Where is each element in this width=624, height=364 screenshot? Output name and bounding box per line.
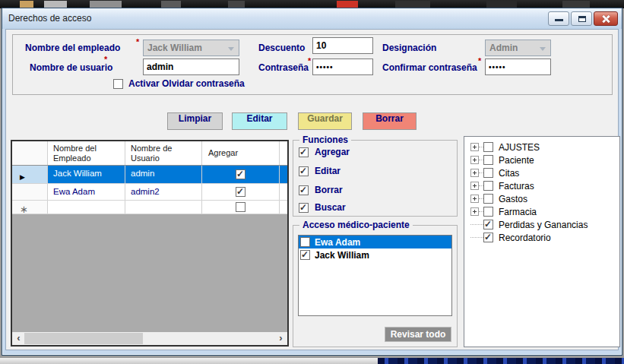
facturas-checkbox[interactable] [483, 181, 493, 191]
ewa-adam-checkbox[interactable] [300, 237, 310, 247]
background-icon [20, 1, 33, 8]
grid-row-jack-william[interactable]: ▶ Jack William admin [12, 166, 287, 184]
forgot-password-checkbox[interactable] [113, 79, 123, 89]
buscar-checkbox[interactable] [299, 203, 309, 213]
expand-icon[interactable] [470, 143, 479, 151]
chevron-down-icon [228, 47, 234, 51]
listbox-item-ewa-adam[interactable]: Ewa Adam [299, 236, 451, 248]
agregar-label: Agregar [315, 147, 350, 157]
background-icon [228, 1, 245, 8]
save-button[interactable]: Guardar [298, 112, 352, 130]
grid-column-username[interactable]: Nombre de Usuario [125, 141, 202, 165]
employee-label: Nombre del empleado [25, 43, 120, 53]
window-title: Derechos de acceso [8, 13, 91, 24]
minimize-icon [555, 19, 563, 21]
confirm-password-required-marker: * [478, 56, 481, 65]
expand-icon[interactable] [470, 207, 479, 216]
recordatorio-checkbox[interactable] [483, 233, 493, 242]
password-input[interactable] [312, 59, 373, 75]
employee-form-panel: Nombre del empleado * Jack William Descu… [12, 34, 613, 95]
employee-combobox: Jack William [143, 40, 239, 56]
perdidas-checkbox[interactable] [483, 220, 493, 229]
forgot-password-label: Activar Olvidar contraseña [128, 78, 245, 89]
grid-add-checkbox[interactable] [236, 169, 245, 179]
tree-item-paciente[interactable]: Paciente [464, 154, 619, 166]
jack-william-checkbox[interactable] [300, 250, 310, 260]
funcion-buscar: Buscar [299, 202, 346, 213]
expand-icon[interactable] [470, 169, 479, 177]
expand-icon[interactable] [470, 195, 479, 203]
expand-icon[interactable] [470, 182, 479, 190]
scroll-left-icon[interactable]: ‹ [12, 332, 25, 345]
grid-add-checkbox[interactable] [236, 202, 245, 212]
edit-button[interactable]: Editar [232, 112, 287, 130]
editar-label: Editar [315, 166, 341, 176]
tree-item-gastos[interactable]: Gastos [464, 192, 619, 205]
derechos-de-acceso-dialog: Derechos de acceso Nombre del empleado *… [2, 8, 622, 356]
scroll-right-icon[interactable]: › [274, 332, 287, 345]
tree-item-facturas[interactable]: Facturas [464, 179, 619, 192]
clear-button[interactable]: Limpiar [167, 112, 223, 130]
tree-item-farmacia[interactable]: Farmacia [464, 205, 619, 218]
doctor-patient-listbox: Ewa Adam Jack William [298, 235, 452, 316]
delete-button[interactable]: Borrar [363, 112, 417, 130]
gastos-checkbox[interactable] [483, 194, 493, 204]
grid-cell-username[interactable]: admin [125, 166, 202, 183]
background-icon [395, 1, 430, 8]
close-button[interactable] [594, 11, 618, 26]
funciones-title: Funciones [299, 135, 351, 145]
chevron-down-icon [540, 47, 546, 51]
paciente-checkbox[interactable] [483, 155, 493, 165]
agregar-checkbox[interactable] [299, 147, 309, 157]
citas-checkbox[interactable] [483, 168, 493, 178]
check-all-button[interactable]: Revisar todo [385, 327, 451, 342]
acceso-medico-paciente-group: Acceso médico-paciente Ewa Adam Jack Wil… [293, 225, 458, 347]
tree-item-recordatorio[interactable]: Recordatorio [464, 231, 619, 244]
grid-new-row[interactable]: ∗ [12, 201, 287, 214]
tree-label: Gastos [496, 194, 527, 204]
buscar-label: Buscar [315, 202, 346, 213]
ajustes-checkbox[interactable] [483, 142, 493, 152]
grid-column-add[interactable]: Agregar [202, 141, 280, 165]
close-icon [601, 14, 610, 24]
tree-item-perdidas-y-ganancias[interactable]: Perdidas y Ganancias [464, 218, 619, 231]
confirm-password-input[interactable] [485, 59, 551, 75]
tree-item-ajustes[interactable]: AJUSTES [464, 141, 619, 154]
grid-cell-add [202, 201, 280, 214]
funciones-group: Funciones Agregar Editar Borrar Buscar [293, 140, 458, 217]
title-bar[interactable]: Derechos de acceso [2, 8, 622, 29]
minimize-button[interactable] [548, 11, 569, 26]
tree-label: AJUSTES [496, 142, 540, 153]
funcion-borrar: Borrar [299, 185, 343, 195]
designation-label: Designación [382, 43, 436, 53]
funcion-agregar: Agregar [299, 147, 350, 157]
grid-horizontal-scrollbar[interactable]: ‹ › [12, 332, 287, 345]
h-scrollbar-thumb[interactable] [24, 333, 143, 344]
tree-label: Facturas [496, 181, 534, 191]
expand-icon[interactable] [470, 156, 479, 164]
grid-cell-employee[interactable]: Jack William [48, 166, 125, 183]
grid-cell-employee[interactable]: Ewa Adam [48, 184, 125, 200]
grid-column-employee[interactable]: Nombre del Empleado [48, 141, 125, 165]
farmacia-checkbox[interactable] [483, 207, 493, 217]
editar-checkbox[interactable] [299, 166, 309, 176]
grid-cell-add [202, 184, 280, 200]
grid-add-checkbox[interactable] [236, 187, 245, 197]
new-row-icon[interactable]: ∗ [12, 201, 48, 214]
username-input[interactable] [143, 59, 239, 75]
grid-cell-username[interactable]: admin2 [125, 184, 202, 200]
tree-label: Citas [496, 168, 519, 179]
current-row-icon[interactable]: ▶ [12, 166, 48, 183]
tree-label: Perdidas y Ganancias [496, 220, 588, 230]
listbox-item-jack-william[interactable]: Jack William [299, 248, 451, 261]
discount-input[interactable] [312, 37, 373, 54]
username-required-marker: * [104, 55, 107, 64]
background-icon [337, 1, 358, 8]
tree-item-citas[interactable]: Citas [464, 166, 619, 179]
funcion-editar: Editar [299, 166, 341, 176]
grid-row-ewa-adam[interactable]: Ewa Adam admin2 [12, 184, 287, 201]
password-label: Contraseña [258, 62, 309, 73]
borrar-checkbox[interactable] [299, 185, 309, 195]
maximize-button[interactable] [571, 11, 592, 26]
background-icon [161, 1, 181, 8]
